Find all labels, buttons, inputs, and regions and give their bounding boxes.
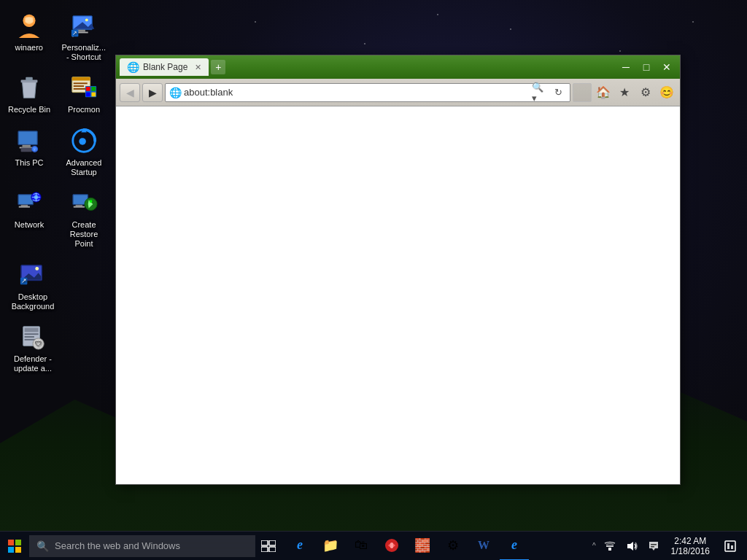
- svg-text:↑: ↑: [34, 148, 35, 152]
- forward-button[interactable]: ▶: [142, 83, 163, 102]
- address-ie-icon: 🌐: [169, 87, 182, 98]
- desktop-icon-advanced-startup[interactable]: Advanced Startup: [58, 122, 109, 181]
- svg-rect-23: [91, 87, 96, 91]
- svg-rect-80: [727, 543, 729, 549]
- create-restore-point-label: Create Restore Point: [62, 220, 106, 249]
- settings-button[interactable]: ⚙: [636, 83, 655, 102]
- svg-rect-70: [269, 540, 276, 545]
- address-bar[interactable]: 🌐 about:blank 🔍▾ ↻: [165, 83, 570, 102]
- desktop-icon-recycle-bin[interactable]: Recycle Bin: [4, 69, 55, 118]
- tray-chat-icon[interactable]: [643, 532, 664, 561]
- browser-toolbar: ◀ ▶ 🌐 about:blank 🔍▾ ↻ 🏠 ★ ⚙ 😊: [116, 79, 680, 106]
- svg-rect-78: [651, 546, 654, 548]
- svg-rect-38: [21, 205, 28, 206]
- tab-close-button[interactable]: ✕: [195, 63, 201, 72]
- svg-rect-61: [25, 336, 34, 338]
- svg-rect-75: [606, 545, 614, 547]
- maximize-button[interactable]: □: [637, 60, 656, 74]
- svg-rect-67: [8, 547, 14, 553]
- svg-rect-2: [25, 18, 33, 23]
- svg-rect-59: [25, 328, 39, 332]
- search-icon: 🔍: [36, 540, 49, 552]
- svg-marker-76: [627, 542, 633, 551]
- desktop-icon-defender[interactable]: 🛡 Defender - update a...: [4, 319, 62, 377]
- taskbar-app-store[interactable]: 🛍: [347, 532, 376, 561]
- desktop-icon-winaero[interactable]: winaero: [4, 7, 54, 66]
- this-pc-label: This PC: [15, 158, 43, 168]
- minimize-button[interactable]: ─: [616, 60, 635, 74]
- title-bar: 🌐 Blank Page ✕ + ─ □ ✕: [116, 55, 680, 79]
- toolbar-right: 🏠 ★ ⚙ 😊: [573, 83, 676, 102]
- svg-rect-18: [74, 83, 88, 85]
- svg-rect-77: [651, 544, 657, 545]
- network-label: Network: [15, 220, 44, 230]
- browser-tab-active[interactable]: 🌐 Blank Page ✕: [120, 58, 209, 76]
- taskbar-app-lego[interactable]: 🧱: [408, 532, 437, 561]
- taskbar-app-word[interactable]: W: [469, 532, 498, 561]
- desktop-icon-personalization[interactable]: ↗ Personaliz... - Shortcut: [58, 7, 109, 66]
- taskbar-app-explorer[interactable]: 📁: [316, 532, 345, 561]
- close-button[interactable]: ✕: [657, 60, 676, 74]
- search-placeholder-text: Search the web and Windows: [55, 540, 180, 551]
- svg-rect-71: [261, 547, 268, 552]
- svg-rect-65: [8, 540, 14, 545]
- svg-point-6: [85, 19, 88, 22]
- new-tab-button[interactable]: +: [211, 60, 225, 74]
- svg-rect-20: [74, 88, 86, 90]
- svg-rect-37: [19, 195, 33, 203]
- desktop: winaero ↗ Personaliz.: [0, 0, 747, 560]
- clock-time: 2:42 AM: [674, 536, 706, 546]
- recycle-bin-label: Recycle Bin: [8, 105, 50, 114]
- advanced-startup-label: Advanced Startup: [62, 158, 106, 177]
- taskbar-search[interactable]: 🔍 Search the web and Windows: [29, 535, 255, 557]
- tray-network-icon[interactable]: [600, 532, 620, 561]
- svg-rect-47: [74, 206, 85, 208]
- taskbar-app-paint[interactable]: [377, 532, 406, 561]
- start-button[interactable]: [0, 532, 29, 561]
- svg-rect-25: [91, 93, 96, 97]
- search-dropdown-button[interactable]: 🔍▾: [532, 85, 548, 101]
- desktop-icon-create-restore-point[interactable]: Create Restore Point: [58, 184, 109, 253]
- desktop-icons: winaero ↗ Personaliz.: [0, 0, 113, 525]
- browser-content: [116, 106, 680, 484]
- favorites-button[interactable]: ★: [615, 83, 634, 102]
- desktop-icon-this-pc[interactable]: ↑ This PC: [4, 122, 55, 181]
- desktop-background-label: Desktop Background: [7, 292, 58, 311]
- svg-rect-81: [731, 545, 733, 549]
- svg-rect-69: [261, 540, 268, 545]
- back-button[interactable]: ◀: [120, 83, 140, 102]
- window-controls: ─ □ ✕: [616, 60, 676, 74]
- desktop-icon-network[interactable]: Network: [4, 184, 55, 253]
- taskbar-app-edge[interactable]: e: [285, 532, 314, 561]
- browser-window: 🌐 Blank Page ✕ + ─ □ ✕ ◀ ▶ 🌐 about:blank…: [115, 55, 681, 485]
- svg-text:↗: ↗: [72, 30, 77, 36]
- winaero-label: winaero: [15, 43, 43, 52]
- taskbar-app-settings[interactable]: ⚙: [438, 532, 468, 561]
- svg-rect-22: [86, 87, 90, 91]
- tray-expand-button[interactable]: ^: [590, 542, 598, 550]
- taskbar-apps: e 📁 🛍 🧱 ⚙ W e: [282, 532, 533, 561]
- procmon-label: Procmon: [68, 105, 100, 114]
- action-center-button[interactable]: [717, 532, 743, 561]
- defender-label: Defender - update a...: [7, 354, 58, 373]
- svg-rect-74: [608, 548, 611, 551]
- svg-rect-79: [725, 541, 735, 551]
- task-view-button[interactable]: [255, 532, 282, 561]
- desktop-icon-procmon[interactable]: Procmon: [58, 69, 109, 118]
- svg-point-54: [35, 267, 39, 271]
- svg-rect-17: [72, 77, 90, 81]
- tray-volume-icon[interactable]: [622, 532, 642, 561]
- svg-text:↗: ↗: [21, 277, 27, 284]
- desktop-icon-desktop-background[interactable]: ↗ Desktop Background: [4, 257, 62, 315]
- svg-text:🛡: 🛡: [35, 340, 42, 348]
- svg-rect-46: [76, 205, 83, 206]
- taskbar-app-ie[interactable]: e: [500, 532, 529, 561]
- tab-title: Blank Page: [143, 62, 187, 72]
- svg-rect-28: [23, 144, 31, 147]
- clock[interactable]: 2:42 AM 1/18/2016: [665, 532, 716, 561]
- system-tray: ^ 2:42 AM 1/18/2016: [587, 532, 747, 561]
- emoji-button[interactable]: 😊: [657, 83, 676, 102]
- home-button[interactable]: 🏠: [594, 83, 613, 102]
- refresh-button[interactable]: ↻: [550, 85, 566, 101]
- svg-rect-68: [15, 547, 21, 553]
